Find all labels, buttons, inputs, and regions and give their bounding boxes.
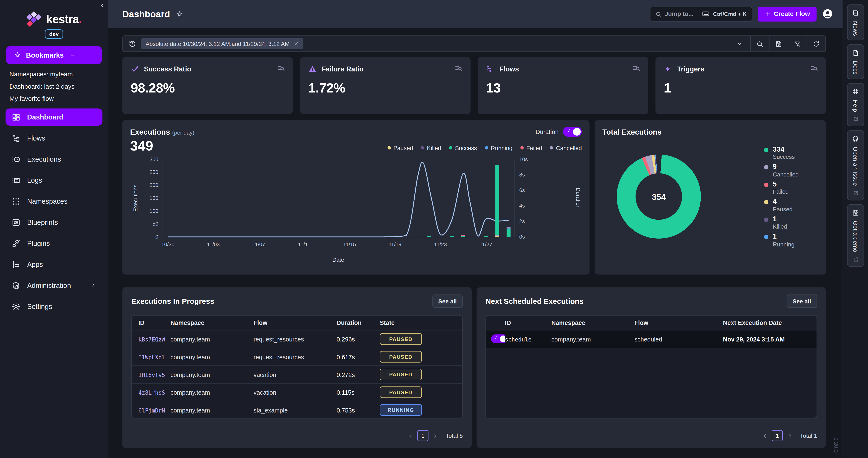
donut-legend-item-success[interactable]: 334Success xyxy=(764,146,818,160)
rail-tab-label: Docs xyxy=(852,61,859,74)
bookmark-links: Namespaces: myteamDashboard: last 2 days… xyxy=(9,71,108,102)
search-shortcut: Ctrl/Cmd + K xyxy=(713,11,747,17)
sidebar-item-executions[interactable]: Executions xyxy=(5,151,102,168)
stat-card-value: 1.72% xyxy=(308,80,462,96)
external-link-icon xyxy=(853,116,859,122)
right-rail: NewsDocsHelpOpen an IssueGet a demo xyxy=(842,0,868,458)
stat-card-value: 98.28% xyxy=(130,80,284,96)
github-icon xyxy=(852,135,859,143)
bookmarks-button[interactable]: Bookmarks xyxy=(6,46,102,64)
see-all-button[interactable]: See all xyxy=(786,295,817,308)
list-search-icon[interactable] xyxy=(810,64,818,72)
donut-legend-item-killed[interactable]: 1Killed xyxy=(764,215,818,230)
svg-text:6s: 6s xyxy=(519,187,525,193)
see-all-button[interactable]: See all xyxy=(432,295,463,308)
legend-item-running[interactable]: Running xyxy=(485,144,512,151)
donut-legend-item-failed[interactable]: 5Failed xyxy=(764,181,818,195)
rail-tab-open-an-issue[interactable]: Open an Issue xyxy=(847,130,864,200)
svg-text:11/27: 11/27 xyxy=(479,242,492,247)
close-icon[interactable] xyxy=(293,41,299,47)
svg-text:150: 150 xyxy=(150,195,158,201)
legend-value: 5 xyxy=(773,181,788,188)
execution-row[interactable]: 4z8LrhsScompany.teamvacation0.115sPAUSED xyxy=(132,383,462,401)
legend-dot xyxy=(387,146,391,150)
prev-page-icon[interactable] xyxy=(762,433,768,439)
legend-item-cancelled[interactable]: Cancelled xyxy=(550,144,582,151)
list-search-icon[interactable] xyxy=(632,64,641,72)
sidebar-collapse-button[interactable]: ‹ xyxy=(101,1,103,9)
execution-id-link[interactable]: 1HI8vfv5 xyxy=(138,372,165,378)
execution-id-link[interactable]: kBs7EQzW xyxy=(138,336,165,342)
rail-tab-docs[interactable]: Docs xyxy=(847,44,864,79)
execution-id-link[interactable]: 6lPjmDrN xyxy=(138,407,165,414)
state-badge: PAUSED xyxy=(380,386,422,398)
current-page[interactable]: 1 xyxy=(417,430,429,441)
donut-total: 354 xyxy=(652,192,665,201)
filter-search-button[interactable] xyxy=(750,36,769,52)
history-icon[interactable] xyxy=(128,40,136,48)
stat-card-label: Flows xyxy=(499,65,519,73)
scheduled-row[interactable]: ✓schedulecompany.teamscheduledNov 29, 20… xyxy=(486,330,816,348)
legend-item-killed[interactable]: Killed xyxy=(421,144,441,151)
next-page-icon[interactable] xyxy=(787,433,793,439)
execution-row[interactable]: 1HI8vfv5company.teamvacation0.272sPAUSED xyxy=(132,365,462,383)
favorite-star-icon[interactable] xyxy=(176,10,183,18)
execution-id-link[interactable]: I1WpLXol xyxy=(138,354,165,360)
donut-legend-item-cancelled[interactable]: 9Cancelled xyxy=(764,163,818,178)
sidebar-item-apps[interactable]: Apps xyxy=(5,256,102,273)
filter-clear-button[interactable] xyxy=(788,36,807,52)
prev-page-icon[interactable] xyxy=(407,433,413,439)
list-search-icon[interactable] xyxy=(277,64,285,72)
sidebar-item-administration[interactable]: Administration xyxy=(5,277,102,294)
execution-row[interactable]: I1WpLXolcompany.teamrequest_resources0.6… xyxy=(132,348,462,365)
sidebar-item-dashboard[interactable]: Dashboard xyxy=(5,109,102,126)
svg-text:8s: 8s xyxy=(519,172,525,178)
apps-icon xyxy=(12,260,21,269)
calendar-icon xyxy=(852,209,859,216)
donut-legend-item-running[interactable]: 1Running xyxy=(764,233,818,247)
sidebar-item-settings[interactable]: Settings xyxy=(5,298,102,315)
refresh-button[interactable] xyxy=(807,36,826,52)
sidebar-item-label: Plugins xyxy=(27,239,50,247)
create-flow-button[interactable]: Create Flow xyxy=(758,6,816,21)
sidebar-item-namespaces[interactable]: Namespaces xyxy=(5,193,102,210)
filter-save-button[interactable] xyxy=(769,36,788,52)
stat-card-flows: Flows13 xyxy=(478,57,648,114)
sidebar-item-plugins[interactable]: Plugins xyxy=(5,235,102,252)
execution-row[interactable]: kBs7EQzWcompany.teamrequest_resources0.2… xyxy=(132,330,462,348)
app-window: ‹ kestra. dev Bookmarks Namespaces: myte… xyxy=(0,0,868,458)
rail-tab-label: News xyxy=(852,21,859,36)
list-search-icon[interactable] xyxy=(455,64,463,72)
svg-text:300: 300 xyxy=(150,156,158,162)
execution-row[interactable]: 6lPjmDrNcompany.teamsla_example0.753sRUN… xyxy=(132,401,462,419)
legend-item-success[interactable]: Success xyxy=(449,144,477,151)
search-icon xyxy=(655,11,661,17)
kestra-logo-text: kestra. xyxy=(46,13,82,26)
next-page-icon[interactable] xyxy=(432,433,438,439)
legend-item-paused[interactable]: Paused xyxy=(387,144,413,151)
duration-toggle[interactable]: Duration ✓ xyxy=(536,127,582,137)
legend-item-failed[interactable]: Failed xyxy=(520,144,542,151)
execution-id-link[interactable]: 4z8LrhsS xyxy=(138,389,165,396)
column-header: ID xyxy=(132,319,170,326)
donut-legend-item-paused[interactable]: 4Paused xyxy=(764,198,818,213)
total-executions-panel: Total Executions 354 334Success9Cancelle… xyxy=(594,120,826,275)
rail-tab-get-a-demo[interactable]: Get a demo xyxy=(847,204,864,267)
user-avatar[interactable] xyxy=(822,8,833,19)
bookmark-link[interactable]: Namespaces: myteam xyxy=(9,71,108,78)
trigger-enabled-toggle[interactable]: ✓ xyxy=(491,334,505,343)
current-page[interactable]: 1 xyxy=(772,430,783,441)
sidebar-item-blueprints[interactable]: Blueprints xyxy=(5,214,102,231)
date-filter-chip[interactable]: Absolute date:10/30/24, 3:12 AM:and:11/2… xyxy=(141,38,304,49)
rail-tab-news[interactable]: News xyxy=(847,4,864,40)
sidebar-item-flows[interactable]: Flows xyxy=(5,129,102,147)
chevron-right-icon xyxy=(90,282,96,288)
search-input[interactable]: Jump to... Ctrl/Cmd + K xyxy=(650,6,752,21)
legend-dot xyxy=(764,217,769,222)
sidebar-item-logs[interactable]: Logs xyxy=(5,172,102,189)
bookmark-link[interactable]: Dashboard: last 2 days xyxy=(9,83,108,90)
check-icon xyxy=(130,65,139,73)
filter-expand-button[interactable] xyxy=(729,36,750,52)
bookmark-link[interactable]: My favorite flow xyxy=(9,95,108,102)
rail-tab-help[interactable]: Help xyxy=(847,83,864,126)
